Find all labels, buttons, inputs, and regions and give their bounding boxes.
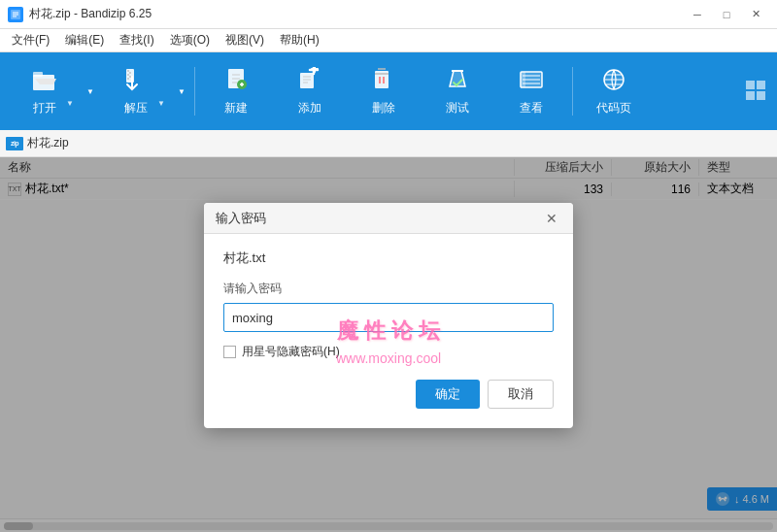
toolbar-new-button[interactable]: 新建 xyxy=(201,57,271,125)
svg-rect-12 xyxy=(757,81,765,89)
add-label: 添加 xyxy=(298,100,321,116)
menu-bar: 文件(F) 编辑(E) 查找(I) 选项(O) 视图(V) 帮助(H) xyxy=(0,29,777,52)
open-icon xyxy=(31,67,58,96)
menu-view[interactable]: 视图(V) xyxy=(218,29,272,51)
svg-rect-14 xyxy=(757,91,765,100)
test-icon xyxy=(444,67,471,96)
open-arrow[interactable]: ▼ xyxy=(84,57,97,125)
dialog-close-button[interactable]: ✕ xyxy=(542,209,561,228)
view-label: 查看 xyxy=(520,100,543,116)
delete-label: 删除 xyxy=(372,100,395,116)
extract-dropdown-icon: ▼ xyxy=(157,99,165,108)
svg-rect-6 xyxy=(300,73,314,88)
checkbox-row: 用星号隐藏密码(H) xyxy=(223,344,554,360)
extract-icon xyxy=(122,67,150,96)
title-bar-left: 村花.zip - Bandizip 6.25 xyxy=(8,6,152,22)
zip-icon: zip xyxy=(6,137,23,150)
codepage-icon xyxy=(600,67,627,96)
dialog-header: 输入密码 ✕ xyxy=(204,203,573,234)
hide-password-checkbox[interactable] xyxy=(223,346,236,358)
checkbox-label: 用星号隐藏密码(H) xyxy=(242,344,340,360)
confirm-button[interactable]: 确定 xyxy=(416,380,480,409)
address-bar: zip 村花.zip xyxy=(0,130,777,157)
codepage-label: 代码页 xyxy=(596,100,631,116)
toolbar-add-button[interactable]: 添加 xyxy=(275,57,345,125)
open-label: 打开 xyxy=(33,100,56,116)
toolbar-extract-button[interactable]: 解压 ▼ xyxy=(101,57,171,125)
current-path: 村花.zip xyxy=(27,135,69,151)
toolbar-divider-2 xyxy=(572,67,573,116)
app-icon xyxy=(8,7,23,22)
dialog-label: 请输入密码 xyxy=(223,281,554,297)
new-icon xyxy=(222,67,250,96)
toolbar-divider-1 xyxy=(194,67,195,116)
title-bar: 村花.zip - Bandizip 6.25 ─ □ ✕ xyxy=(0,0,777,29)
close-button[interactable]: ✕ xyxy=(742,5,769,24)
svg-rect-2 xyxy=(33,72,43,77)
modal-overlay: 输入密码 ✕ 村花.txt 请输入密码 用星号隐藏密码(H) 确定 取消 魔 性… xyxy=(0,157,777,532)
view-icon xyxy=(518,67,545,96)
toolbar-open-button[interactable]: 打开 ▼ xyxy=(10,57,80,125)
grid-view-icon[interactable] xyxy=(744,79,767,102)
password-dialog: 输入密码 ✕ 村花.txt 请输入密码 用星号隐藏密码(H) 确定 取消 魔 性… xyxy=(204,203,573,428)
password-input[interactable] xyxy=(223,303,554,332)
toolbar-view-button[interactable]: 查看 xyxy=(496,57,566,125)
minimize-button[interactable]: ─ xyxy=(684,5,711,24)
dialog-filename: 村花.txt xyxy=(223,249,554,267)
toolbar-delete-button[interactable]: 删除 xyxy=(349,57,419,125)
menu-find[interactable]: 查找(I) xyxy=(112,29,161,51)
maximize-button[interactable]: □ xyxy=(713,5,740,24)
svg-rect-13 xyxy=(746,91,755,100)
dialog-buttons: 确定 取消 xyxy=(223,380,554,409)
menu-help[interactable]: 帮助(H) xyxy=(272,29,327,51)
new-label: 新建 xyxy=(224,100,248,116)
window-title: 村花.zip - Bandizip 6.25 xyxy=(29,6,152,22)
delete-icon xyxy=(370,67,397,96)
test-label: 测试 xyxy=(446,100,469,116)
toolbar: 打开 ▼ ▼ 解压 ▼ ▼ 新建 xyxy=(0,52,777,130)
add-icon xyxy=(296,67,323,96)
dialog-body: 村花.txt 请输入密码 用星号隐藏密码(H) 确定 取消 魔 性 论 坛 ww… xyxy=(204,234,573,428)
extract-label: 解压 xyxy=(124,100,148,116)
window-controls: ─ □ ✕ xyxy=(684,5,769,24)
toolbar-codepage-button[interactable]: 代码页 xyxy=(579,57,649,125)
menu-edit[interactable]: 编辑(E) xyxy=(57,29,112,51)
dialog-title: 输入密码 xyxy=(216,210,266,227)
cancel-button[interactable]: 取消 xyxy=(488,380,554,409)
menu-file[interactable]: 文件(F) xyxy=(4,29,57,51)
menu-options[interactable]: 选项(O) xyxy=(162,29,218,51)
toolbar-test-button[interactable]: 测试 xyxy=(422,57,492,125)
svg-rect-9 xyxy=(521,72,525,87)
extract-arrow[interactable]: ▼ xyxy=(175,57,188,125)
open-dropdown-icon: ▼ xyxy=(66,99,74,108)
svg-rect-11 xyxy=(746,81,755,89)
